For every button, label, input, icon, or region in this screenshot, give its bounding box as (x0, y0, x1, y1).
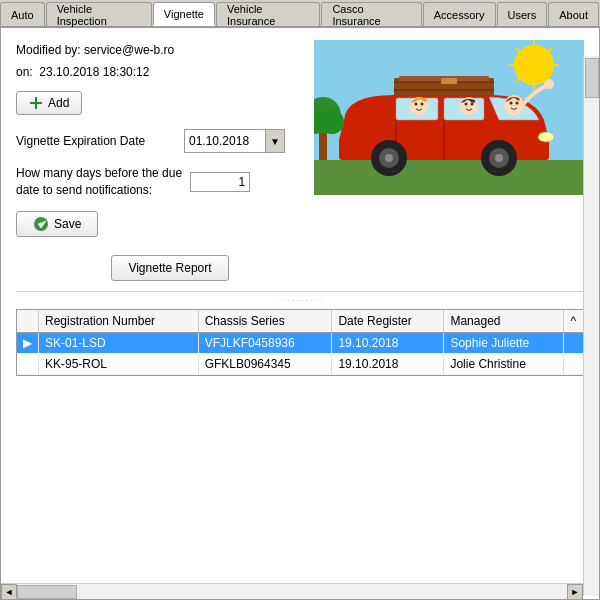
data-table-wrapper: Registration Number Chassis Series Date … (16, 309, 584, 376)
save-button-label: Save (54, 217, 81, 231)
cell-sort-2 (563, 353, 583, 374)
plus-icon (29, 96, 43, 110)
cell-sort-1 (563, 332, 583, 353)
data-table: Registration Number Chassis Series Date … (17, 310, 583, 375)
divider (16, 291, 584, 292)
svg-point-37 (465, 103, 468, 106)
modified-by-text: Modified by: service@we-b.ro (16, 40, 304, 62)
cell-chassis-1: VFJLKF0458936 (198, 332, 332, 353)
add-button[interactable]: Add (16, 91, 82, 115)
row-indicator-1: ▶ (17, 332, 39, 353)
scroll-left-button[interactable]: ◄ (1, 584, 17, 600)
table-row[interactable]: KK-95-ROL GFKLB0964345 19.10.2018 Jolie … (17, 353, 583, 374)
svg-point-33 (510, 102, 513, 105)
tab-auto[interactable]: Auto (0, 2, 45, 26)
car-illustration (314, 40, 584, 195)
cell-reg-2: KK-95-ROL (39, 353, 199, 374)
svg-point-41 (421, 103, 424, 106)
save-icon (33, 216, 49, 232)
notifications-label-line1: How many days before the due (16, 165, 182, 182)
main-content: Modified by: service@we-b.ro on: 23.10.2… (0, 28, 600, 600)
on-value: 23.10.2018 18:30:12 (39, 65, 149, 79)
svg-point-30 (495, 154, 503, 162)
notifications-label-line2: date to send notifications: (16, 182, 182, 199)
svg-point-34 (516, 102, 519, 105)
col-date-register[interactable]: Date Register (332, 310, 444, 333)
horizontal-scrollbar[interactable]: ◄ ► (1, 583, 583, 599)
add-button-row: Add (16, 91, 304, 115)
add-button-label: Add (48, 96, 69, 110)
row-indicator-2 (17, 353, 39, 374)
top-section: Modified by: service@we-b.ro on: 23.10.2… (16, 40, 584, 247)
vertical-scrollbar[interactable] (583, 56, 599, 596)
svg-point-40 (415, 103, 418, 106)
scroll-thumb[interactable] (17, 585, 77, 599)
col-chassis[interactable]: Chassis Series (198, 310, 332, 333)
svg-point-27 (385, 154, 393, 162)
col-indicator (17, 310, 39, 333)
report-button-row: Vignette Report (16, 255, 584, 281)
col-reg-number[interactable]: Registration Number (39, 310, 199, 333)
notifications-row: How many days before the due date to sen… (16, 165, 304, 199)
svg-rect-1 (30, 102, 42, 104)
svg-rect-19 (441, 78, 457, 84)
scrollbar-thumb[interactable] (585, 58, 599, 98)
expiration-date-input-wrapper: ▼ (184, 129, 285, 153)
col-managed[interactable]: Managed (444, 310, 563, 333)
cell-date-1: 19.10.2018 (332, 332, 444, 353)
tab-vehicle-inspection[interactable]: Vehicle Inspection (46, 2, 152, 26)
save-button-row: Save (16, 211, 304, 237)
table-header-row: Registration Number Chassis Series Date … (17, 310, 583, 333)
vignette-report-button[interactable]: Vignette Report (111, 255, 228, 281)
svg-point-31 (538, 132, 554, 142)
expiration-label: Vignette Expiration Date (16, 134, 176, 148)
tab-casco-insurance[interactable]: Casco Insurance (321, 2, 421, 26)
tab-vignette[interactable]: Vignette (153, 2, 215, 26)
cell-reg-1: SK-01-LSD (39, 332, 199, 353)
tab-about[interactable]: About (548, 2, 599, 26)
date-dropdown-button[interactable]: ▼ (265, 130, 284, 152)
scroll-track (17, 584, 567, 600)
expiration-date-input[interactable] (185, 132, 265, 150)
svg-point-38 (471, 103, 474, 106)
tab-users[interactable]: Users (497, 2, 548, 26)
svg-point-35 (544, 79, 554, 89)
notifications-label: How many days before the due date to sen… (16, 165, 182, 199)
expiration-date-row: Vignette Expiration Date ▼ (16, 129, 304, 153)
notifications-input[interactable] (190, 172, 250, 192)
col-sort[interactable]: ^ (563, 310, 583, 333)
scroll-right-button[interactable]: ► (567, 584, 583, 600)
tab-bar: Auto Vehicle Inspection Vignette Vehicle… (0, 0, 600, 28)
on-label: on: (16, 65, 33, 79)
svg-point-45 (320, 110, 344, 134)
cell-managed-1: Sophie Juliette (444, 332, 563, 353)
table-body: ▶ SK-01-LSD VFJLKF0458936 19.10.2018 Sop… (17, 332, 583, 374)
modified-info: Modified by: service@we-b.ro on: 23.10.2… (16, 40, 304, 83)
table-row[interactable]: ▶ SK-01-LSD VFJLKF0458936 19.10.2018 Sop… (17, 332, 583, 353)
cell-date-2: 19.10.2018 (332, 353, 444, 374)
cell-managed-2: Jolie Christine (444, 353, 563, 374)
modified-on-text: on: 23.10.2018 18:30:12 (16, 62, 304, 84)
form-section: Modified by: service@we-b.ro on: 23.10.2… (16, 40, 304, 247)
save-button[interactable]: Save (16, 211, 98, 237)
tab-accessory[interactable]: Accessory (423, 2, 496, 26)
svg-rect-14 (314, 160, 584, 195)
cell-chassis-2: GFKLB0964345 (198, 353, 332, 374)
separator-dots: · · · · · · · · · · (16, 296, 584, 305)
tab-vehicle-insurance[interactable]: Vehicle Insurance (216, 2, 320, 26)
